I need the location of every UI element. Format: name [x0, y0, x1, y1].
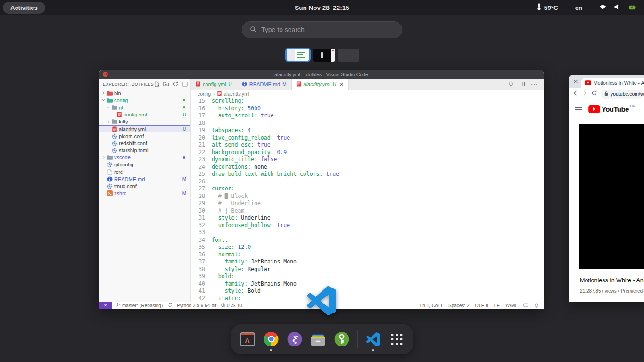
window-close-button[interactable]: ✕	[103, 72, 108, 77]
video-player[interactable]	[579, 124, 644, 269]
yaml-file-icon	[196, 81, 200, 88]
keyboard-layout-indicator[interactable]: en	[575, 4, 582, 11]
search-input[interactable]: Type to search	[242, 21, 402, 38]
sync-status[interactable]	[167, 303, 172, 308]
code-line: 31 style: Underline	[191, 214, 544, 222]
hamburger-menu-icon[interactable]	[575, 107, 582, 113]
git-branch-status[interactable]: master* (Rebasing)	[116, 303, 163, 309]
thermometer-icon	[537, 3, 541, 12]
open-changes-icon[interactable]	[508, 80, 514, 89]
gear-icon	[111, 140, 118, 146]
breadcrumb[interactable]: config › alacritty.yml	[191, 90, 544, 98]
tree-item-config[interactable]: config	[99, 97, 190, 104]
address-bar[interactable]: youtube.com/wa	[601, 90, 643, 99]
feedback-icon[interactable]	[523, 303, 528, 308]
code-line: 30 # | Beam	[191, 207, 544, 215]
gear-icon	[111, 148, 118, 153]
git-status-badge: U	[183, 126, 186, 132]
python-interpreter[interactable]: Python 3.9.9 64-bit	[177, 303, 216, 308]
yaml-file-icon	[297, 81, 301, 88]
encoding-setting[interactable]: UTF-8	[475, 303, 488, 308]
system-status-area[interactable]	[599, 3, 636, 12]
indentation-setting[interactable]: Spaces: 2	[448, 303, 469, 308]
new-folder-icon[interactable]	[163, 81, 169, 87]
code-line: 40 family: JetBrains Mono	[191, 280, 544, 288]
tree-item-gh[interactable]: gh	[99, 104, 190, 111]
refresh-icon[interactable]	[173, 81, 179, 87]
gear-icon	[106, 183, 113, 189]
file-tree: binconfigghconfig.ymlUkittyalacritty.yml…	[99, 90, 190, 197]
clock[interactable]: Sun Nov 28 22:15	[295, 4, 349, 11]
tree-item-tmux.conf[interactable]: tmux.conf	[99, 182, 190, 189]
tree-item-rcrc[interactable]: rcrc	[99, 168, 190, 175]
vscode-logo-drag-overlay[interactable]	[307, 286, 336, 315]
chrome-active-tab[interactable]: Motionless In White - A	[581, 78, 644, 88]
chrome-toolbar: youtube.com/wa	[569, 88, 644, 100]
git-status-dot	[183, 99, 185, 101]
dock-emacs-button[interactable]: ξ	[287, 329, 303, 350]
code-line: 19tabspaces: 4	[191, 127, 544, 134]
forward-icon[interactable]	[582, 90, 588, 98]
background-tab-close-icon[interactable]: ✕	[573, 78, 578, 85]
collapse-folders-icon[interactable]	[182, 81, 188, 87]
split-editor-icon[interactable]	[520, 80, 525, 89]
breadcrumb-folder[interactable]: config	[198, 91, 211, 97]
remote-indicator[interactable]: ✕	[99, 302, 112, 309]
workspace-thumbnail-vscode[interactable]	[285, 48, 311, 62]
breadcrumb-file[interactable]: alacritty.yml	[224, 91, 250, 97]
reload-icon[interactable]	[591, 90, 597, 98]
gnome-activities-overview: Activities Sun Nov 28 22:15 59°C en Type…	[0, 0, 644, 362]
info-file-icon	[242, 82, 247, 88]
notifications-bell-icon[interactable]	[534, 303, 539, 308]
search-icon	[250, 26, 256, 34]
tree-item-zshrc[interactable]: zshrcM	[99, 190, 190, 197]
tree-item-starship.toml[interactable]: starship.toml	[99, 147, 190, 154]
tab-readme-md[interactable]: README.md M	[237, 79, 292, 90]
youtube-favicon	[585, 79, 591, 87]
tree-item-redshift.conf[interactable]: redshift.conf	[99, 140, 190, 147]
dock-files-button[interactable]	[310, 329, 326, 350]
code-editor[interactable]: 15scrolling:16 history: 500017 auto_scro…	[191, 98, 544, 302]
workspace-thumbnail-browser[interactable]	[313, 49, 335, 62]
editor-more-actions-icon[interactable]: ···	[531, 81, 538, 88]
eol-setting[interactable]: LF	[494, 303, 500, 308]
wifi-icon	[599, 3, 606, 12]
vscode-titlebar[interactable]: ✕ alacritty.yml - .dotfiles - Visual Stu…	[99, 70, 544, 79]
dock-keepass-button[interactable]	[334, 329, 350, 350]
tab-alacritty-yml[interactable]: alacritty.yml U ✕	[292, 79, 349, 90]
back-icon[interactable]	[572, 90, 578, 98]
cursor-position[interactable]: Ln 1, Col 1	[420, 303, 443, 308]
dock-alacritty-button[interactable]: Λ	[239, 329, 256, 350]
file-icon	[106, 169, 113, 175]
tree-item-README.md[interactable]: README.mdM	[99, 175, 190, 182]
new-file-icon[interactable]	[154, 81, 160, 87]
activities-button[interactable]: Activities	[3, 2, 45, 14]
youtube-logo[interactable]: YouTube UA	[588, 105, 635, 115]
git-status-badge: M	[182, 191, 186, 196]
tree-item-gitconfig[interactable]: gitconfig	[99, 161, 190, 168]
tree-item-alacritty.yml[interactable]: alacritty.ymlU	[99, 125, 190, 132]
language-mode[interactable]: YAML	[505, 303, 518, 308]
explorer-sidebar: EXPLORER: .DOTFILES ··· binconfigghconfi…	[99, 79, 191, 302]
tab-config-yml[interactable]: config.yml U	[191, 79, 237, 90]
folder-icon	[106, 155, 113, 160]
dock-app-grid-button[interactable]	[389, 329, 405, 350]
tree-item-vscode[interactable]: vscode	[99, 154, 190, 161]
dock-chrome-button[interactable]	[263, 329, 279, 350]
code-line: 36 normal:	[191, 251, 544, 259]
tree-item-kitty[interactable]: kitty	[99, 118, 190, 125]
git-status-badge: U	[183, 112, 186, 117]
code-line: 15scrolling:	[191, 98, 544, 105]
video-title: Motionless In White - Anot	[580, 277, 644, 284]
problems-status[interactable]: 0 10	[221, 303, 242, 308]
terminal-icon	[106, 190, 113, 196]
tab-close-icon[interactable]: ✕	[339, 82, 344, 88]
dock-vscode-button[interactable]	[365, 329, 381, 350]
tree-item-picom.conf[interactable]: picom.conf	[99, 132, 190, 140]
workspace-thumbnail-empty[interactable]	[338, 49, 359, 62]
tree-item-bin[interactable]: bin	[99, 90, 190, 97]
code-line: 39 bold:	[191, 273, 544, 280]
git-status-badge: M	[182, 176, 186, 181]
tree-item-config.yml[interactable]: config.ymlU	[99, 111, 190, 118]
code-line: 41 style: Bold	[191, 288, 544, 295]
